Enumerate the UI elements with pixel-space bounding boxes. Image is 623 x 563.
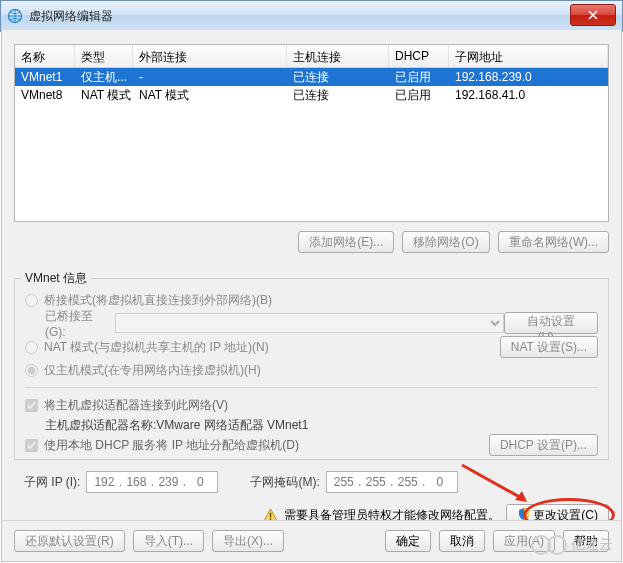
check-dhcp-row: 使用本地 DHCP 服务将 IP 地址分配给虚拟机(D) DHCP 设置(P).… bbox=[25, 434, 598, 456]
table-body: VMnet1仅主机...-已连接已启用192.168.239.0VMnet8NA… bbox=[15, 68, 608, 104]
cell-type: 仅主机... bbox=[75, 68, 133, 87]
radio-hostonly-row: 仅主机模式(在专用网络内连接虚拟机)(H) bbox=[25, 359, 598, 381]
cell-ext: NAT 模式 bbox=[133, 86, 287, 105]
mask-oct: 255 bbox=[363, 475, 389, 489]
cell-dhcp: 已启用 bbox=[389, 86, 449, 105]
cell-name: VMnet8 bbox=[15, 87, 75, 103]
col-ext[interactable]: 外部连接 bbox=[133, 45, 287, 67]
vmnet-info-group: VMnet 信息 桥接模式(将虚拟机直接连接到外部网络)(B) 已桥接至(G):… bbox=[14, 278, 609, 460]
cancel-button[interactable]: 取消 bbox=[439, 530, 485, 552]
close-button[interactable] bbox=[570, 4, 616, 26]
col-name[interactable]: 名称 bbox=[15, 45, 75, 67]
col-subnet[interactable]: 子网地址 bbox=[449, 45, 608, 67]
ip-oct: 239 bbox=[155, 475, 181, 489]
check-dhcp[interactable] bbox=[25, 439, 38, 452]
radio-nat-label: NAT 模式(与虚拟机共享主机的 IP 地址)(N) bbox=[44, 339, 269, 356]
rename-network-button[interactable]: 重命名网络(W)... bbox=[498, 231, 609, 253]
window-root: 虚拟网络编辑器 名称 类型 外部连接 主机连接 DHCP 子网地址 VMnet1… bbox=[0, 0, 623, 563]
apply-button[interactable]: 应用(A) bbox=[493, 530, 555, 552]
radio-nat-row: NAT 模式(与虚拟机共享主机的 IP 地址)(N) NAT 设置(S)... bbox=[25, 335, 598, 359]
table-row[interactable]: VMnet1仅主机...-已连接已启用192.168.239.0 bbox=[15, 68, 608, 86]
restore-defaults-button[interactable]: 还原默认设置(R) bbox=[14, 530, 125, 552]
cell-dhcp: 已启用 bbox=[389, 68, 449, 87]
nat-settings-button[interactable]: NAT 设置(S)... bbox=[500, 336, 598, 358]
ip-oct: 168 bbox=[123, 475, 149, 489]
table-row[interactable]: VMnet8NAT 模式NAT 模式已连接已启用192.168.41.0 bbox=[15, 86, 608, 104]
radio-hostonly[interactable] bbox=[25, 364, 38, 377]
table-buttons: 添加网络(E)... 移除网络(O) 重命名网络(W)... bbox=[14, 228, 609, 256]
cell-type: NAT 模式 bbox=[75, 86, 133, 105]
add-network-button[interactable]: 添加网络(E)... bbox=[298, 231, 394, 253]
col-dhcp[interactable]: DHCP bbox=[389, 45, 449, 67]
mask-oct: 0 bbox=[427, 475, 453, 489]
import-button[interactable]: 导入(T)... bbox=[133, 530, 204, 552]
cell-subnet: 192.168.239.0 bbox=[449, 69, 608, 85]
auto-settings-button[interactable]: 自动设置(U)... bbox=[504, 312, 599, 334]
export-button[interactable]: 导出(X)... bbox=[212, 530, 284, 552]
cell-subnet: 192.168.41.0 bbox=[449, 87, 608, 103]
title-bar: 虚拟网络编辑器 bbox=[0, 0, 623, 32]
check-connect-host[interactable] bbox=[25, 399, 38, 412]
close-icon bbox=[588, 10, 598, 20]
shield-icon bbox=[517, 507, 531, 521]
bridged-to-label: 已桥接至(G): bbox=[45, 308, 112, 339]
adapter-label-prefix: 主机虚拟适配器名称: bbox=[45, 417, 156, 434]
cell-name: VMnet1 bbox=[15, 69, 75, 85]
window-title: 虚拟网络编辑器 bbox=[29, 8, 113, 25]
subnet-row: 子网 IP (I): 192. 168. 239. 0 子网掩码(M): 255… bbox=[24, 470, 609, 494]
subnet-mask-label: 子网掩码(M): bbox=[250, 474, 319, 491]
radio-hostonly-label: 仅主机模式(在专用网络内连接虚拟机)(H) bbox=[44, 362, 261, 379]
radio-bridged[interactable] bbox=[25, 294, 38, 307]
mask-oct: 255 bbox=[395, 475, 421, 489]
bridged-to-row: 已桥接至(G): 自动设置(U)... bbox=[45, 311, 598, 335]
check-connect-host-row: 将主机虚拟适配器连接到此网络(V) bbox=[25, 394, 598, 416]
subnet-ip-input[interactable]: 192. 168. 239. 0 bbox=[86, 471, 218, 493]
separator bbox=[25, 387, 598, 388]
table-header: 名称 类型 外部连接 主机连接 DHCP 子网地址 bbox=[15, 45, 608, 68]
ok-button[interactable]: 确定 bbox=[385, 530, 431, 552]
col-host[interactable]: 主机连接 bbox=[287, 45, 389, 67]
adapter-name: VMware 网络适配器 VMnet1 bbox=[156, 417, 308, 434]
radio-bridged-label: 桥接模式(将虚拟机直接连接到外部网络)(B) bbox=[44, 292, 272, 309]
bottom-bar: 还原默认设置(R) 导入(T)... 导出(X)... 确定 取消 应用(A) … bbox=[2, 520, 621, 561]
bridged-to-select[interactable] bbox=[115, 313, 503, 333]
remove-network-button[interactable]: 移除网络(O) bbox=[402, 231, 489, 253]
subnet-ip-label: 子网 IP (I): bbox=[24, 474, 80, 491]
ip-oct: 192 bbox=[91, 475, 117, 489]
svg-rect-1 bbox=[270, 512, 272, 517]
app-icon bbox=[7, 8, 23, 24]
check-connect-host-label: 将主机虚拟适配器连接到此网络(V) bbox=[44, 397, 228, 414]
network-table: 名称 类型 外部连接 主机连接 DHCP 子网地址 VMnet1仅主机...-已… bbox=[14, 44, 609, 222]
cell-host: 已连接 bbox=[287, 86, 389, 105]
check-dhcp-label: 使用本地 DHCP 服务将 IP 地址分配给虚拟机(D) bbox=[44, 437, 299, 454]
radio-nat[interactable] bbox=[25, 341, 38, 354]
mask-oct: 255 bbox=[331, 475, 357, 489]
cell-ext: - bbox=[133, 69, 287, 85]
subnet-mask-input[interactable]: 255. 255. 255. 0 bbox=[326, 471, 458, 493]
col-type[interactable]: 类型 bbox=[75, 45, 133, 67]
cell-host: 已连接 bbox=[287, 68, 389, 87]
client-area: 名称 类型 外部连接 主机连接 DHCP 子网地址 VMnet1仅主机...-已… bbox=[1, 30, 622, 562]
group-legend: VMnet 信息 bbox=[21, 270, 91, 287]
help-button[interactable]: 帮助 bbox=[563, 530, 609, 552]
ip-oct: 0 bbox=[187, 475, 213, 489]
dhcp-settings-button[interactable]: DHCP 设置(P)... bbox=[489, 434, 598, 456]
adapter-name-line: 主机虚拟适配器名称: VMware 网络适配器 VMnet1 bbox=[45, 416, 598, 434]
